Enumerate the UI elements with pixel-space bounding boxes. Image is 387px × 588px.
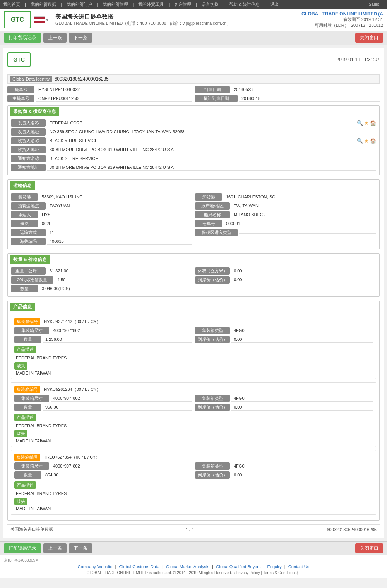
container-num-value-2: NYKU5261264（00 / L / CY） (44, 387, 101, 392)
container-num-row-2: 集装箱编号 NYKU5261264（00 / L / CY） (14, 386, 373, 393)
prod-price-value-3: 0.00 (231, 472, 373, 478)
main-content: GTC 2019-01-11 11:31:07 Global Data Iden… (3, 48, 384, 538)
identity-value: 600320180524000016285 (55, 76, 109, 82)
nav-clients[interactable]: 客户管理 (174, 2, 191, 7)
footer-link-market[interactable]: Global Market Analysis (166, 564, 209, 569)
marks-value-row-2: MADE IN TAIWAN (14, 438, 373, 444)
quantity-label: 数量 (11, 285, 38, 292)
volume-value: 0.00 (231, 268, 376, 274)
page-header: GTC ▾ 美国海关进口提单数据 GLOBAL TRADE ONLINE LIM… (0, 9, 387, 31)
carrier-value: HYSL (39, 211, 192, 218)
container-num-label-3: 集装箱编号 (14, 454, 40, 461)
tax-zone-label: 保税区进入类型 (195, 229, 238, 236)
home-icon-2[interactable]: 🏠 (370, 138, 376, 144)
ship-name-value: MILANO BRIDGE (231, 211, 376, 218)
nav-logout[interactable]: 退出 (270, 2, 279, 7)
quantity-section-title: 数量 & 价格信息 (10, 255, 50, 264)
master-bill-row: 主提单号 ONEYTPEU00112500 预计到岸日期 20180518 (7, 95, 380, 102)
teu-value: 4.50 (55, 277, 192, 283)
nav-tools[interactable]: 我的外贸工具 (138, 2, 164, 7)
container-num-row-3: 集装箱编号 TRLU7627854（00 / L / CY） (14, 454, 373, 461)
product-section-title: 产品信息 (10, 303, 35, 311)
prod-price-value-1: 0.00 (231, 336, 373, 343)
page-title: 美国海关进口提单数据 (55, 13, 301, 21)
nav-trade-data[interactable]: 我的外贸数据 (31, 2, 56, 7)
prod-qty-row-2: 数量 956.00 到岸价（估价） 0.00 (14, 404, 373, 411)
prod-price-label-2: 到岸价（估价） (195, 404, 230, 411)
notify-addr-label: 通知方地址 (11, 164, 46, 171)
nav-portal[interactable]: 我的外贸门户 (67, 2, 92, 7)
prev-button[interactable]: 上一条 (43, 33, 67, 43)
nav-home[interactable]: 我的首页 (3, 2, 20, 7)
doc-footer-title: 美国海关进口提单数据 (10, 526, 53, 532)
marks-value-2: MADE IN TAIWAN (14, 438, 52, 444)
star-icon[interactable]: ★ (364, 120, 369, 126)
prod-qty-label-2: 数量 (14, 404, 41, 411)
transport-mode-value: 11 (47, 229, 192, 236)
prod-qty-value-1: 1,236.00 (43, 336, 192, 343)
nav-language[interactable]: 语言切换 (202, 2, 219, 7)
sales-label: Sales (368, 2, 379, 7)
container-type-label-3: 集装箱类型 (195, 462, 230, 470)
bottom-print-button[interactable]: 打印贸易记录 (4, 543, 41, 553)
weight-label: 重量（公斤） (11, 267, 46, 275)
voyage-row: 航次 002E 仓单号 000001 (11, 220, 376, 227)
header-right: GLOBAL TRADE ONLINE LIMITED (A 有效期至 2019… (301, 11, 383, 28)
nav-help[interactable]: 帮助 & 统计信息 (229, 2, 260, 7)
arrival-date-label: 到岸日期 (195, 86, 230, 93)
close-button[interactable]: 关闭窗口 (355, 33, 383, 43)
arrival-price-value: 0.00 (231, 277, 376, 283)
prod-desc-label-1: 产品描述 (14, 346, 36, 353)
notify-name-label: 通知方名称 (11, 155, 46, 162)
footer-links: Company Website | Global Customs Data | … (4, 564, 383, 569)
arrival-price-label: 到岸价（估价） (195, 276, 230, 284)
teu-label: 20尺标准箱数量 (11, 276, 53, 284)
teu-row: 20尺标准箱数量 4.50 到岸价（估价） 0.00 (11, 276, 376, 284)
marks-value-row-3: MADE IN TAIWAN (14, 506, 373, 511)
footer-link-company[interactable]: Company Website (78, 564, 113, 569)
bottom-prev-button[interactable]: 上一条 (43, 543, 67, 553)
bottom-close-button[interactable]: 关闭窗口 (355, 543, 383, 553)
weight-row: 重量（公斤） 31,321.00 体积（立方米） 0.00 (11, 267, 376, 275)
receiver-addr-value: 30 BITMORE DRIVE PO BOX 919 WHITEVILLE N… (47, 146, 376, 153)
customs-code-value: 400610 (47, 238, 192, 245)
receiver-addr-row: 收货人地址 30 BITMORE DRIVE PO BOX 919 WHITEV… (11, 146, 376, 153)
quantity-value: 3,046.00(PCS) (39, 285, 192, 292)
nav-sep8: | (264, 2, 265, 7)
bottom-next-button[interactable]: 下一条 (69, 543, 92, 553)
marks-row-1: 唛头 (14, 362, 373, 370)
prod-qty-row-3: 数量 854.00 到岸价（估价） 0.00 (14, 471, 373, 479)
container-num-label-1: 集装箱编号 (14, 318, 40, 325)
logo-area: GTC ▾ (4, 11, 51, 28)
container-num-value-3: TRLU7627854（00 / L / CY） (44, 455, 100, 459)
notify-name-row: 通知方名称 BLACK S TIRE SERVICE (11, 155, 376, 162)
footer-link-buyers[interactable]: Global Qualified Buyers (216, 564, 261, 569)
nav-sep5: | (168, 2, 170, 7)
inbond-label: 仓单号 (195, 220, 222, 227)
footer-link-enquiry[interactable]: Enquiry (267, 564, 281, 569)
prod-desc-label-3: 产品描述 (14, 481, 36, 489)
search-icon-2[interactable]: 🔍 (357, 138, 363, 144)
print-button[interactable]: 打印贸易记录 (4, 33, 41, 43)
nav-management[interactable]: 我的外贸管理 (103, 2, 128, 7)
nav-sep2: | (61, 2, 62, 7)
sender-name-label: 发货人名称 (11, 119, 46, 127)
planned-arrival-label: 预计到岸日期 (195, 95, 238, 102)
search-icon[interactable]: 🔍 (357, 120, 363, 126)
prod-desc-label-2: 产品描述 (14, 414, 36, 421)
weight-value: 31,321.00 (47, 268, 192, 274)
supplier-section-title: 采购商 & 供应商信息 (10, 107, 59, 116)
container-type-label-1: 集装箱类型 (195, 327, 230, 334)
top-navigation: 我的首页 | 我的外贸数据 | 我的外贸门户 | 我的外贸管理 | 我的外贸工具… (0, 0, 387, 9)
footer-link-customs[interactable]: Global Customs Data (119, 564, 160, 569)
footer-link-contact[interactable]: Contact Us (288, 564, 309, 569)
prod-qty-value-3: 854.00 (43, 472, 192, 478)
next-button[interactable]: 下一条 (69, 33, 92, 43)
star-icon-2[interactable]: ★ (364, 138, 369, 144)
planned-arrival-value: 20180518 (239, 95, 380, 102)
home-icon[interactable]: 🏠 (370, 120, 376, 126)
nav-sep4: | (133, 2, 134, 7)
volume-label: 体积（立方米） (195, 267, 230, 275)
header-title-area: 美国海关进口提单数据 GLOBAL TRADE ONLINE LIMITED（电… (51, 13, 301, 26)
arrival-port-label: 卸货港 (195, 193, 222, 201)
